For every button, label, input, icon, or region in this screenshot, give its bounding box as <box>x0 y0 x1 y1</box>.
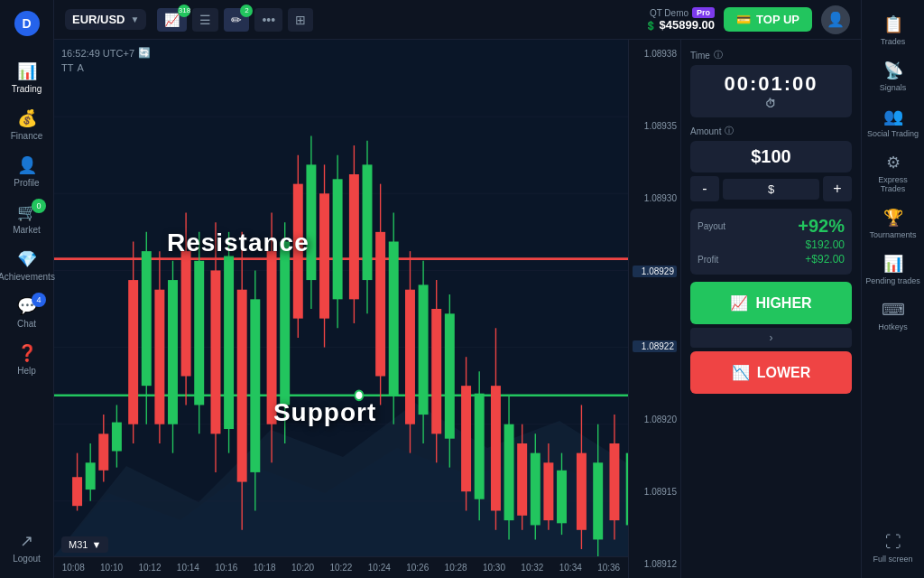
svg-rect-61 <box>405 290 415 424</box>
timeframe-selector[interactable]: M31 ▼ <box>61 536 108 553</box>
chart-type-btn[interactable]: 📈 318 <box>157 8 187 32</box>
sidebar-label-profile: Profile <box>14 178 39 188</box>
time-13: 10:32 <box>521 563 543 573</box>
higher-label: HIGHER <box>755 295 811 312</box>
sidebar-item-social-trading[interactable]: 👥 Social Trading <box>862 99 924 145</box>
sidebar-item-finance[interactable]: 💰 Finance <box>0 101 53 148</box>
trading-icon: 📊 <box>17 61 37 81</box>
signals-label: Signals <box>880 83 907 92</box>
draw-tool-btn[interactable]: ✏ 2 <box>224 8 249 32</box>
svg-rect-19 <box>112 423 122 452</box>
header-right: QT Demo Pro 💲 $45899.00 💳 TOP UP 👤 <box>645 5 850 34</box>
candlestick-chart <box>54 40 680 578</box>
sidebar-item-hotkeys[interactable]: ⌨ Hotkeys <box>862 293 924 339</box>
svg-rect-65 <box>431 309 441 434</box>
sidebar-item-achievements[interactable]: 💎 Achievements <box>0 242 53 289</box>
time-1: 10:08 <box>62 563 85 573</box>
time-label-text: Time <box>690 51 710 61</box>
pending-trades-icon: 📊 <box>883 254 903 274</box>
refresh-icon: 🔄 <box>138 47 151 59</box>
expand-button[interactable]: › <box>690 328 852 348</box>
svg-rect-57 <box>375 232 385 377</box>
hotkeys-label: Hotkeys <box>878 322 908 331</box>
svg-rect-15 <box>86 462 96 489</box>
svg-rect-17 <box>98 434 108 470</box>
topup-label: TOP UP <box>756 13 799 26</box>
svg-rect-23 <box>142 251 152 386</box>
sidebar-label-trading: Trading <box>12 84 42 94</box>
time-value: 00:01:00 <box>698 72 845 96</box>
top-bar: EUR/USD ▼ 📈 318 ☰ ✏ 2 ••• ⊞ QT Demo Pro <box>54 0 861 40</box>
svg-rect-31 <box>194 261 204 406</box>
tournaments-icon: 🏆 <box>883 208 903 228</box>
lower-button[interactable]: 📉 LOWER <box>690 351 852 394</box>
time-7: 10:20 <box>291 563 314 573</box>
svg-rect-27 <box>168 280 178 424</box>
sidebar-item-help[interactable]: ❓ Help <box>0 336 53 383</box>
topup-button[interactable]: 💳 TOP UP <box>724 7 812 32</box>
sidebar-item-pending-trades[interactable]: 📊 Pending trades <box>862 247 924 293</box>
pro-badge: Pro <box>692 7 715 18</box>
price-scale: 1.08938 1.08935 1.08930 1.08929 1.08922 … <box>628 40 680 578</box>
time-8: 10:22 <box>329 563 352 573</box>
amount-info-icon: ⓘ <box>725 125 734 137</box>
time-section: Time ⓘ 00:01:00 ⏱ <box>690 49 852 117</box>
time-4: 10:14 <box>177 563 199 573</box>
social-trading-icon: 👥 <box>883 107 903 126</box>
achievements-icon: 💎 <box>17 249 37 269</box>
sidebar-item-market[interactable]: 🛒 Market 0 <box>0 195 53 242</box>
time-3: 10:12 <box>138 563 161 573</box>
svg-rect-43 <box>280 242 290 406</box>
sidebar-item-signals[interactable]: 📡 Signals <box>862 53 924 99</box>
svg-rect-87 <box>593 462 603 539</box>
amount-minus-btn[interactable]: - <box>690 176 719 201</box>
indicator-a[interactable]: A <box>77 62 83 73</box>
social-trading-label: Social Trading <box>867 129 919 138</box>
account-info: QT Demo Pro 💲 $45899.00 <box>645 7 715 32</box>
sidebar-item-fullscreen[interactable]: ⛶ Full screen <box>862 526 924 571</box>
sidebar-item-trading[interactable]: 📊 Trading <box>0 54 53 101</box>
finance-icon: 💰 <box>17 108 37 128</box>
balance-value: $45899.00 <box>660 18 715 32</box>
sidebar-label-logout: Logout <box>13 554 41 564</box>
amount-label-text: Amount <box>690 126 721 136</box>
sidebar-item-trades[interactable]: 📋 Trades <box>862 7 924 53</box>
trade-panel: Time ⓘ 00:01:00 ⏱ Amount ⓘ $100 - <box>680 40 861 578</box>
pair-selector[interactable]: EUR/USD ▼ <box>65 9 146 30</box>
chart-tools: 📈 318 ☰ ✏ 2 ••• ⊞ <box>157 8 313 32</box>
sidebar-item-logout[interactable]: ↗ Logout <box>0 524 53 571</box>
sidebar-item-profile[interactable]: 👤 Profile <box>0 148 53 195</box>
time-12: 10:30 <box>483 563 505 573</box>
sidebar-item-express-trades[interactable]: ⚙ Express Trades <box>862 145 924 200</box>
price-6: 1.08920 <box>633 415 677 424</box>
avatar[interactable]: 👤 <box>821 5 850 34</box>
time-11: 10:28 <box>445 563 467 573</box>
topup-icon: 💳 <box>736 13 751 26</box>
amount-plus-btn[interactable]: + <box>823 176 852 201</box>
sidebar-item-chat[interactable]: 💬 Chat 4 <box>0 289 53 336</box>
higher-button[interactable]: 📈 HIGHER <box>690 282 852 324</box>
svg-rect-37 <box>237 290 247 482</box>
trade-controls: Time ⓘ 00:01:00 ⏱ Amount ⓘ $100 - <box>681 40 861 403</box>
trades-icon: 📋 <box>883 14 903 34</box>
chart-timestamp: 16:52:49 UTC+7 🔄 <box>61 47 151 59</box>
grid-btn[interactable]: ⊞ <box>288 8 313 32</box>
hotkeys-icon: ⌨ <box>882 300 905 320</box>
timestamp-value: 16:52:49 UTC+7 <box>61 48 134 59</box>
chart-container[interactable]: 16:52:49 UTC+7 🔄 TT A Resistance Support… <box>54 40 680 578</box>
sidebar-item-tournaments[interactable]: 🏆 Tournaments <box>862 200 924 247</box>
sidebar-label-chat: Chat <box>17 319 36 329</box>
logo[interactable]: D <box>11 7 43 40</box>
more-tools-btn[interactable]: ••• <box>254 8 282 32</box>
sidebar-label-help: Help <box>17 366 36 376</box>
time-14: 10:34 <box>559 563 582 573</box>
svg-rect-21 <box>128 280 138 424</box>
chart-settings-btn[interactable]: ☰ <box>192 8 218 32</box>
currency-selector[interactable]: $ <box>723 179 819 200</box>
svg-rect-75 <box>504 424 514 520</box>
payout-section: Payout +92% $192.00 Profit +$92.00 <box>690 209 852 275</box>
indicator-tt[interactable]: TT <box>61 62 73 73</box>
amount-display: $100 <box>690 141 852 172</box>
info-icon: ⓘ <box>714 49 723 61</box>
svg-rect-53 <box>349 174 359 299</box>
